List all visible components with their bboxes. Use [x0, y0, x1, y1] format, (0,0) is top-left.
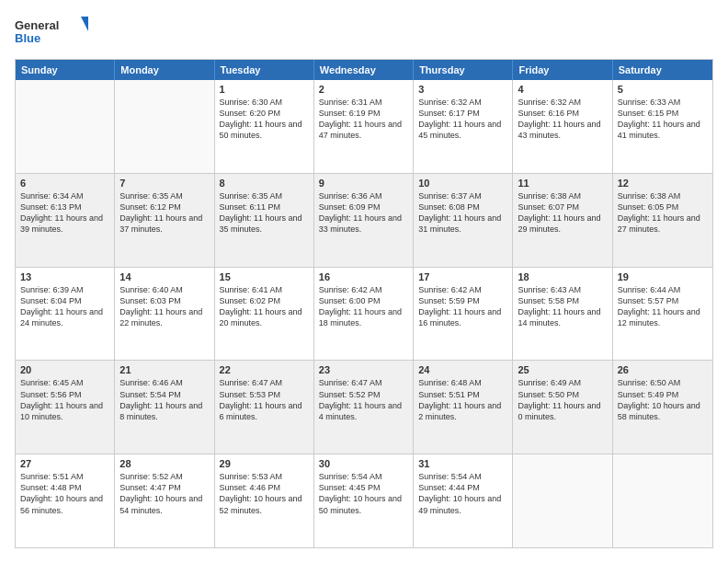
calendar-cell: 18Sunrise: 6:43 AM Sunset: 5:58 PM Dayli… — [513, 268, 612, 361]
logo: General Blue — [15, 15, 88, 52]
day-number: 24 — [418, 364, 507, 375]
day-number: 20 — [20, 364, 109, 375]
calendar-cell: 9Sunrise: 6:36 AM Sunset: 6:09 PM Daylig… — [314, 174, 414, 267]
calendar-cell: 11Sunrise: 6:38 AM Sunset: 6:07 PM Dayli… — [513, 174, 612, 267]
day-number: 21 — [119, 364, 209, 375]
calendar-cell: 4Sunrise: 6:32 AM Sunset: 6:16 PM Daylig… — [513, 80, 612, 173]
cell-info: Sunrise: 6:42 AM Sunset: 5:59 PM Dayligh… — [418, 284, 507, 329]
calendar-cell: 19Sunrise: 6:44 AM Sunset: 5:57 PM Dayli… — [613, 268, 712, 361]
calendar-cell — [16, 80, 115, 173]
day-number: 28 — [119, 458, 209, 469]
calendar-cell: 26Sunrise: 6:50 AM Sunset: 5:49 PM Dayli… — [613, 361, 712, 454]
header-cell-friday: Friday — [513, 60, 612, 80]
calendar-cell: 30Sunrise: 5:54 AM Sunset: 4:45 PM Dayli… — [314, 454, 414, 547]
calendar-cell: 6Sunrise: 6:34 AM Sunset: 6:13 PM Daylig… — [16, 174, 115, 267]
day-number: 19 — [618, 271, 708, 282]
day-number: 4 — [518, 84, 607, 95]
calendar-cell: 10Sunrise: 6:37 AM Sunset: 6:08 PM Dayli… — [414, 174, 513, 267]
calendar-cell: 8Sunrise: 6:35 AM Sunset: 6:11 PM Daylig… — [215, 174, 314, 267]
cell-info: Sunrise: 6:43 AM Sunset: 5:58 PM Dayligh… — [518, 284, 607, 329]
header-cell-tuesday: Tuesday — [215, 60, 314, 80]
day-number: 12 — [618, 178, 708, 189]
cell-info: Sunrise: 5:52 AM Sunset: 4:47 PM Dayligh… — [119, 471, 209, 516]
day-number: 14 — [119, 271, 209, 282]
header-cell-sunday: Sunday — [16, 60, 115, 80]
calendar-cell: 21Sunrise: 6:46 AM Sunset: 5:54 PM Dayli… — [115, 361, 214, 454]
day-number: 13 — [20, 271, 109, 282]
calendar-cell: 7Sunrise: 6:35 AM Sunset: 6:12 PM Daylig… — [115, 174, 214, 267]
header-cell-monday: Monday — [115, 60, 214, 80]
day-number: 22 — [220, 364, 309, 375]
day-number: 17 — [418, 271, 507, 282]
day-number: 3 — [418, 84, 507, 95]
day-number: 27 — [20, 458, 109, 469]
day-number: 1 — [220, 84, 309, 95]
day-number: 16 — [319, 271, 408, 282]
header-cell-thursday: Thursday — [414, 60, 513, 80]
cell-info: Sunrise: 6:41 AM Sunset: 6:02 PM Dayligh… — [220, 284, 309, 329]
cell-info: Sunrise: 6:47 AM Sunset: 5:52 PM Dayligh… — [319, 377, 408, 422]
calendar-cell: 12Sunrise: 6:38 AM Sunset: 6:05 PM Dayli… — [613, 174, 712, 267]
calendar-cell: 20Sunrise: 6:45 AM Sunset: 5:56 PM Dayli… — [16, 361, 115, 454]
calendar-cell: 27Sunrise: 5:51 AM Sunset: 4:48 PM Dayli… — [16, 454, 115, 547]
cell-info: Sunrise: 6:39 AM Sunset: 6:04 PM Dayligh… — [20, 284, 109, 329]
calendar-cell: 15Sunrise: 6:41 AM Sunset: 6:02 PM Dayli… — [215, 268, 314, 361]
logo-svg: General Blue — [15, 15, 88, 52]
day-number: 18 — [518, 271, 607, 282]
calendar-cell: 13Sunrise: 6:39 AM Sunset: 6:04 PM Dayli… — [16, 268, 115, 361]
header-cell-wednesday: Wednesday — [314, 60, 414, 80]
day-number: 25 — [518, 364, 607, 375]
calendar-cell: 14Sunrise: 6:40 AM Sunset: 6:03 PM Dayli… — [115, 268, 214, 361]
day-number: 31 — [418, 458, 507, 469]
cell-info: Sunrise: 6:35 AM Sunset: 6:11 PM Dayligh… — [220, 190, 309, 236]
day-number: 11 — [518, 178, 607, 189]
cell-info: Sunrise: 6:33 AM Sunset: 6:15 PM Dayligh… — [618, 97, 708, 142]
calendar-body: 1Sunrise: 6:30 AM Sunset: 6:20 PM Daylig… — [16, 80, 712, 547]
cell-info: Sunrise: 6:31 AM Sunset: 6:19 PM Dayligh… — [319, 97, 408, 142]
cell-info: Sunrise: 5:54 AM Sunset: 4:45 PM Dayligh… — [319, 471, 408, 516]
calendar-row-4: 20Sunrise: 6:45 AM Sunset: 5:56 PM Dayli… — [16, 360, 712, 454]
calendar-cell: 31Sunrise: 5:54 AM Sunset: 4:44 PM Dayli… — [414, 454, 513, 547]
header: General Blue — [15, 15, 713, 52]
cell-info: Sunrise: 6:45 AM Sunset: 5:56 PM Dayligh… — [20, 377, 109, 422]
day-number: 10 — [418, 178, 507, 189]
cell-info: Sunrise: 6:36 AM Sunset: 6:09 PM Dayligh… — [319, 190, 408, 236]
calendar-cell: 24Sunrise: 6:48 AM Sunset: 5:51 PM Dayli… — [414, 361, 513, 454]
cell-info: Sunrise: 6:37 AM Sunset: 6:08 PM Dayligh… — [418, 190, 507, 236]
cell-info: Sunrise: 6:38 AM Sunset: 6:05 PM Dayligh… — [618, 190, 708, 236]
day-number: 29 — [220, 458, 309, 469]
cell-info: Sunrise: 6:38 AM Sunset: 6:07 PM Dayligh… — [518, 190, 607, 236]
cell-info: Sunrise: 6:32 AM Sunset: 6:16 PM Dayligh… — [518, 97, 607, 142]
cell-info: Sunrise: 6:46 AM Sunset: 5:54 PM Dayligh… — [119, 377, 209, 422]
cell-info: Sunrise: 6:47 AM Sunset: 5:53 PM Dayligh… — [220, 377, 309, 422]
svg-text:Blue: Blue — [15, 31, 40, 45]
cell-info: Sunrise: 5:53 AM Sunset: 4:46 PM Dayligh… — [220, 471, 309, 516]
cell-info: Sunrise: 6:49 AM Sunset: 5:50 PM Dayligh… — [518, 377, 607, 422]
calendar-cell: 5Sunrise: 6:33 AM Sunset: 6:15 PM Daylig… — [613, 80, 712, 173]
calendar-cell: 29Sunrise: 5:53 AM Sunset: 4:46 PM Dayli… — [215, 454, 314, 547]
calendar-cell — [513, 454, 612, 547]
cell-info: Sunrise: 6:40 AM Sunset: 6:03 PM Dayligh… — [119, 284, 209, 329]
calendar-header: SundayMondayTuesdayWednesdayThursdayFrid… — [16, 60, 712, 80]
calendar-row-5: 27Sunrise: 5:51 AM Sunset: 4:48 PM Dayli… — [16, 454, 712, 547]
svg-text:General: General — [15, 18, 59, 32]
calendar-cell: 1Sunrise: 6:30 AM Sunset: 6:20 PM Daylig… — [215, 80, 314, 173]
cell-info: Sunrise: 6:42 AM Sunset: 6:00 PM Dayligh… — [319, 284, 408, 329]
day-number: 6 — [20, 178, 109, 189]
calendar-row-2: 6Sunrise: 6:34 AM Sunset: 6:13 PM Daylig… — [16, 173, 712, 267]
calendar-cell: 16Sunrise: 6:42 AM Sunset: 6:00 PM Dayli… — [314, 268, 414, 361]
day-number: 15 — [220, 271, 309, 282]
cell-info: Sunrise: 5:51 AM Sunset: 4:48 PM Dayligh… — [20, 471, 109, 516]
cell-info: Sunrise: 6:34 AM Sunset: 6:13 PM Dayligh… — [20, 190, 109, 236]
calendar-cell: 25Sunrise: 6:49 AM Sunset: 5:50 PM Dayli… — [513, 361, 612, 454]
cell-info: Sunrise: 5:54 AM Sunset: 4:44 PM Dayligh… — [418, 471, 507, 516]
cell-info: Sunrise: 6:50 AM Sunset: 5:49 PM Dayligh… — [618, 377, 708, 422]
calendar-cell: 17Sunrise: 6:42 AM Sunset: 5:59 PM Dayli… — [414, 268, 513, 361]
cell-info: Sunrise: 6:44 AM Sunset: 5:57 PM Dayligh… — [618, 284, 708, 329]
cell-info: Sunrise: 6:48 AM Sunset: 5:51 PM Dayligh… — [418, 377, 507, 422]
day-number: 5 — [618, 84, 708, 95]
header-cell-saturday: Saturday — [613, 60, 712, 80]
page: General Blue SundayMondayTuesdayWednesda… — [0, 0, 728, 563]
day-number: 30 — [319, 458, 408, 469]
calendar-cell — [115, 80, 214, 173]
